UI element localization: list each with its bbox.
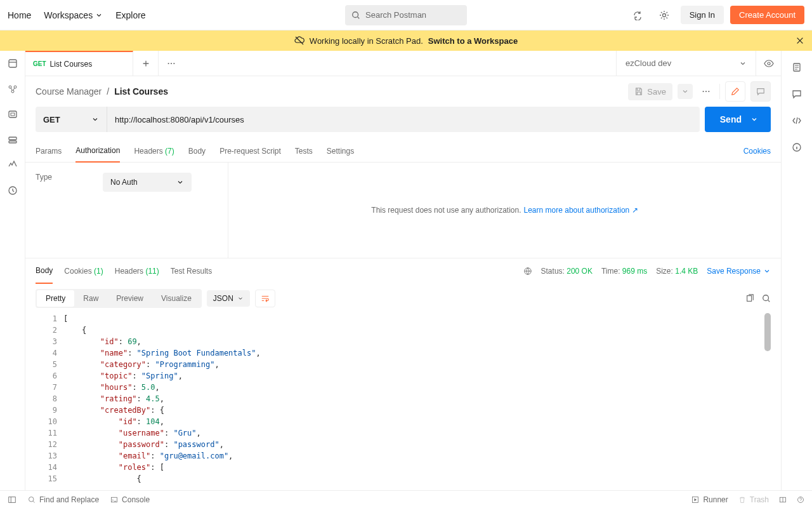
cookies-link[interactable]: Cookies bbox=[743, 147, 771, 156]
tab-headers[interactable]: Headers (7) bbox=[134, 140, 174, 162]
resp-headers-label: Headers bbox=[115, 267, 143, 276]
tab-body[interactable]: Body bbox=[188, 140, 206, 162]
mock-servers-icon[interactable] bbox=[8, 135, 18, 145]
left-icon-rail bbox=[0, 51, 25, 490]
edit-button[interactable] bbox=[725, 81, 745, 102]
find-replace-button[interactable]: Find and Replace bbox=[28, 495, 99, 504]
apis-icon[interactable] bbox=[8, 84, 18, 94]
nav-home[interactable]: Home bbox=[8, 10, 31, 20]
sidebar-toggle-button[interactable] bbox=[8, 495, 16, 504]
svg-point-5 bbox=[11, 90, 14, 93]
dots-icon bbox=[702, 87, 710, 96]
auth-learn-more-link[interactable]: Learn more about authorization ↗ bbox=[524, 206, 638, 215]
eye-icon bbox=[764, 58, 774, 69]
time-value: 969 ms bbox=[622, 267, 647, 276]
vertical-scrollbar[interactable] bbox=[764, 313, 771, 351]
environment-selector[interactable]: ezCloud dev bbox=[616, 51, 756, 76]
http-method-selector[interactable]: GET bbox=[36, 107, 107, 132]
layout-icon bbox=[779, 496, 787, 504]
view-pretty-button[interactable]: Pretty bbox=[37, 290, 74, 307]
view-visualize-button[interactable]: Visualize bbox=[152, 290, 200, 307]
save-response-button[interactable]: Save Response bbox=[707, 267, 771, 276]
banner-close-button[interactable] bbox=[796, 36, 804, 45]
chevron-down-icon bbox=[95, 11, 103, 19]
runner-button[interactable]: Runner bbox=[691, 495, 728, 504]
save-button[interactable]: Save bbox=[628, 83, 672, 100]
svg-point-0 bbox=[353, 11, 358, 17]
code-snippet-icon[interactable] bbox=[792, 116, 802, 126]
sign-in-button[interactable]: Sign In bbox=[681, 6, 724, 24]
url-input[interactable] bbox=[115, 115, 692, 124]
request-more-options-button[interactable] bbox=[698, 83, 714, 100]
svg-rect-6 bbox=[9, 111, 16, 117]
chevron-down-icon bbox=[681, 88, 689, 95]
network-icon[interactable] bbox=[523, 267, 532, 276]
breadcrumb-collection[interactable]: Course Manager bbox=[36, 86, 102, 97]
play-icon bbox=[691, 496, 699, 504]
size-value: 1.4 KB bbox=[675, 267, 698, 276]
svg-rect-2 bbox=[9, 60, 16, 67]
trash-button[interactable]: Trash bbox=[738, 495, 769, 504]
environments-icon[interactable] bbox=[8, 109, 18, 119]
request-tab-list-courses[interactable]: GET List Courses bbox=[25, 51, 133, 76]
search-response-icon[interactable] bbox=[762, 294, 771, 303]
documentation-icon[interactable] bbox=[792, 62, 802, 72]
response-toolbar: Pretty Raw Preview Visualize JSON bbox=[25, 284, 781, 313]
response-body-viewer[interactable]: 1 2 3 4 5 6 7 8 9 10 11 12 13 14 15 [ { bbox=[25, 313, 781, 490]
breadcrumb: Course Manager / List Courses bbox=[36, 86, 168, 97]
environment-quicklook-button[interactable] bbox=[756, 51, 781, 76]
info-icon[interactable] bbox=[792, 142, 802, 152]
settings-icon[interactable] bbox=[654, 5, 674, 25]
send-label: Send bbox=[720, 114, 742, 124]
auth-type-selector[interactable]: No Auth bbox=[103, 173, 192, 192]
help-button[interactable] bbox=[797, 496, 804, 504]
url-bar: GET Send bbox=[25, 107, 781, 140]
tab-tests[interactable]: Tests bbox=[295, 140, 313, 162]
new-tab-button[interactable] bbox=[133, 51, 159, 76]
runner-label: Runner bbox=[703, 495, 728, 504]
console-icon bbox=[110, 496, 118, 504]
wrap-icon bbox=[261, 294, 270, 303]
tab-params[interactable]: Params bbox=[36, 140, 62, 162]
create-account-button[interactable]: Create Account bbox=[730, 6, 804, 24]
sync-icon[interactable] bbox=[627, 5, 648, 25]
svg-rect-7 bbox=[11, 113, 15, 116]
tab-options-button[interactable] bbox=[159, 51, 184, 76]
svg-point-14 bbox=[768, 62, 770, 65]
view-preview-button[interactable]: Preview bbox=[107, 290, 152, 307]
search-input[interactable]: Search Postman bbox=[345, 5, 467, 25]
resp-tab-test-results[interactable]: Test Results bbox=[171, 259, 212, 283]
svg-point-24 bbox=[29, 497, 34, 502]
tab-authorization[interactable]: Authorization bbox=[75, 140, 120, 163]
resp-tab-body[interactable]: Body bbox=[36, 258, 53, 284]
history-icon[interactable] bbox=[8, 185, 18, 196]
collections-icon[interactable] bbox=[8, 58, 18, 69]
status-label: Status: bbox=[541, 267, 565, 276]
save-dropdown-button[interactable] bbox=[678, 84, 693, 99]
tab-prerequest[interactable]: Pre-request Script bbox=[219, 140, 281, 162]
comments-icon[interactable] bbox=[792, 89, 802, 99]
time-label: Time: bbox=[601, 267, 620, 276]
send-button[interactable]: Send bbox=[705, 107, 771, 132]
nav-workspaces[interactable]: Workspaces bbox=[44, 10, 103, 20]
save-icon bbox=[634, 87, 643, 96]
view-raw-button[interactable]: Raw bbox=[74, 290, 107, 307]
resp-tab-cookies[interactable]: Cookies (1) bbox=[64, 259, 103, 283]
tab-settings[interactable]: Settings bbox=[327, 140, 354, 162]
nav-explore[interactable]: Explore bbox=[115, 10, 145, 20]
request-tabs-bar: GET List Courses ezCloud dev bbox=[25, 51, 781, 76]
language-selector[interactable]: JSON bbox=[207, 290, 250, 307]
console-button[interactable]: Console bbox=[110, 495, 150, 504]
svg-point-15 bbox=[703, 91, 704, 92]
two-pane-button[interactable] bbox=[779, 496, 787, 504]
search-icon bbox=[351, 11, 360, 20]
line-wrap-button[interactable] bbox=[255, 290, 275, 307]
resp-tab-headers[interactable]: Headers (11) bbox=[115, 259, 159, 283]
copy-icon[interactable] bbox=[745, 294, 754, 303]
search-icon bbox=[28, 496, 36, 504]
comment-button[interactable] bbox=[750, 81, 771, 102]
banner-switch-link[interactable]: Switch to a Workspace bbox=[428, 36, 518, 46]
console-label: Console bbox=[122, 495, 150, 504]
save-label: Save bbox=[647, 87, 666, 97]
monitors-icon[interactable] bbox=[8, 160, 18, 170]
